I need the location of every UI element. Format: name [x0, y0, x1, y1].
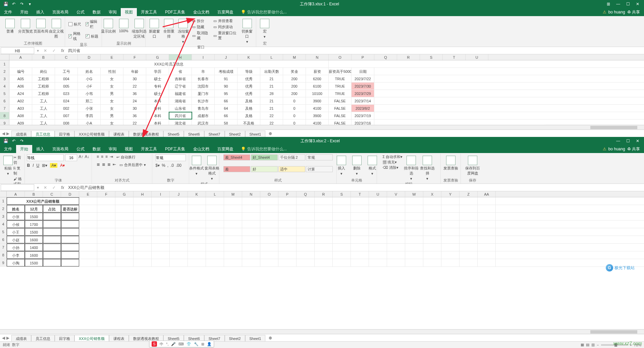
- sheet-tab[interactable]: 数据透视表教程: [129, 131, 163, 137]
- switch-windows-button[interactable]: 切换窗口▾: [240, 17, 254, 44]
- column-header[interactable]: E: [79, 191, 97, 197]
- page-break-preview-button[interactable]: 分页预览: [18, 17, 33, 34]
- ribbon-tab[interactable]: 开发工具: [137, 8, 161, 16]
- ribbon-tab[interactable]: 百度网盘: [213, 145, 237, 153]
- column-header[interactable]: Q: [374, 54, 397, 60]
- sheet-tab[interactable]: 课程表: [109, 131, 129, 137]
- sheet-tab[interactable]: 课程表: [109, 335, 129, 342]
- ribbon-tab[interactable]: 公式: [72, 8, 89, 16]
- split-button[interactable]: ▭ 拆分: [191, 18, 211, 24]
- column-header[interactable]: M: [283, 54, 306, 60]
- ime-toolbar[interactable]: S 中 °, 🎤 ⌨ 👕 🔧 ⊞ 👤: [149, 341, 214, 347]
- column-header[interactable]: R: [315, 191, 333, 197]
- font-name-select[interactable]: [27, 154, 64, 161]
- sheet-nav-first-icon[interactable]: ◀: [2, 131, 5, 136]
- add-sheet-button[interactable]: ⊕: [267, 336, 273, 340]
- tell-me[interactable]: 告诉我您想要做什么...: [246, 146, 287, 152]
- sheet-tab[interactable]: 田字格: [55, 335, 74, 342]
- worksheet-grid-win2[interactable]: ABCDEFGHIJKLMNOPQRSTUVWXYZAA 1XXX公司产品销售额…: [0, 191, 644, 329]
- column-header[interactable]: B: [32, 54, 55, 60]
- column-header[interactable]: T: [443, 54, 466, 60]
- wrap-text-button[interactable]: ↩ 自动换行: [115, 154, 137, 160]
- fill-color-button[interactable]: A▾: [50, 163, 57, 168]
- column-header[interactable]: V: [387, 191, 405, 197]
- ribbon-tab[interactable]: 插入: [32, 145, 48, 153]
- italic-button[interactable]: I: [33, 163, 34, 168]
- column-header[interactable]: K: [188, 191, 206, 197]
- column-header[interactable]: A: [7, 191, 25, 197]
- column-header[interactable]: M: [224, 191, 242, 197]
- share-button[interactable]: ♻ 共享: [627, 9, 640, 15]
- sheet-tab[interactable]: Sheet7: [204, 131, 225, 137]
- merge-center-button[interactable]: ▭ 合并后居中▾: [118, 162, 147, 168]
- find-select-button[interactable]: 查找和选择▾: [420, 154, 435, 181]
- column-header[interactable]: D: [78, 54, 101, 60]
- sync-scroll-button[interactable]: ▭ 同步滚动: [212, 24, 239, 30]
- fx-icon[interactable]: fx: [58, 185, 67, 190]
- sheet-tab[interactable]: 成绩表: [11, 131, 31, 137]
- column-header[interactable]: N: [306, 54, 329, 60]
- redo-icon[interactable]: ↷: [19, 139, 24, 143]
- style-chip[interactable]: 计算: [306, 166, 333, 172]
- column-header[interactable]: U: [369, 191, 387, 197]
- column-header[interactable]: E: [101, 54, 123, 60]
- hscrollbar-win1[interactable]: [0, 125, 644, 130]
- ribbon-tab[interactable]: 金山文档: [189, 145, 213, 153]
- column-header[interactable]: Q: [297, 191, 315, 197]
- column-header[interactable]: C: [43, 191, 61, 197]
- ribbon-tab[interactable]: 数据: [89, 145, 105, 153]
- hide-button[interactable]: ▭ 隐藏: [191, 24, 211, 30]
- ribbon-tab[interactable]: 开始: [16, 145, 32, 153]
- ime-grid-icon[interactable]: ⊞: [201, 342, 204, 346]
- formulabar-check[interactable]: 编辑栏: [84, 19, 100, 30]
- style-chip[interactable]: 千位分隔 2: [278, 154, 305, 160]
- ribbon-tab[interactable]: 文件: [0, 145, 16, 153]
- sheet-tab[interactable]: Sheet2: [225, 335, 245, 342]
- touch-mode-icon[interactable]: ▾: [28, 2, 32, 6]
- ribbon-tab[interactable]: 页面布局: [48, 8, 72, 16]
- redo-icon[interactable]: ↷: [19, 2, 24, 6]
- column-header[interactable]: C: [55, 54, 78, 60]
- zoom-to-selection-button[interactable]: 缩放到选定区域: [132, 17, 147, 39]
- save-icon[interactable]: 💾: [3, 139, 8, 143]
- column-header[interactable]: L: [260, 54, 283, 60]
- column-header[interactable]: D: [61, 191, 79, 197]
- sheet-nav-last-icon[interactable]: ▶: [6, 131, 9, 136]
- ribbon-tab[interactable]: 百度网盘: [213, 8, 237, 16]
- font-color-button[interactable]: A▾: [60, 163, 65, 168]
- style-chip[interactable]: 好: [251, 166, 278, 172]
- copy-button[interactable]: ⎘ 复制: [13, 166, 22, 176]
- font-size-select[interactable]: [65, 154, 77, 161]
- bold-button[interactable]: B: [27, 163, 30, 168]
- new-window-button[interactable]: 新建窗口: [148, 17, 161, 39]
- fill-button[interactable]: ▦ 填充▾: [383, 160, 403, 165]
- column-header[interactable]: S: [420, 54, 443, 60]
- ribbon-tab[interactable]: 开发工具: [137, 145, 161, 153]
- delete-cells-button[interactable]: 删除▾: [350, 154, 364, 176]
- style-chip[interactable]: 差_Sheet4: [223, 154, 250, 160]
- column-header[interactable]: P: [352, 54, 374, 60]
- sheet-tab[interactable]: Sheet5: [163, 131, 184, 137]
- sort-filter-button[interactable]: 排序和筛选▾: [404, 154, 419, 181]
- ribbon-tab[interactable]: PDF工具集: [161, 145, 189, 153]
- style-chip[interactable]: 差: [223, 166, 250, 172]
- undo-icon[interactable]: ↶: [11, 2, 16, 6]
- sheet-tab[interactable]: Sheet6: [184, 131, 204, 137]
- column-header[interactable]: I: [192, 54, 215, 60]
- column-header[interactable]: X: [423, 191, 441, 197]
- formula-input[interactable]: XXX公司产品销售额: [67, 184, 644, 191]
- column-header[interactable]: Y: [441, 191, 460, 197]
- page-layout-button[interactable]: 页面布局: [34, 17, 48, 34]
- gridlines-check[interactable]: 网格线: [67, 31, 83, 42]
- ribbon-tab[interactable]: 审阅: [105, 145, 121, 153]
- style-chip[interactable]: 好_Sheet4: [251, 154, 278, 160]
- conditional-format-button[interactable]: 条件格式▾: [189, 154, 204, 176]
- sheet-tab[interactable]: Sheet1: [245, 131, 266, 137]
- style-chip[interactable]: 适中: [278, 166, 305, 172]
- macros-button[interactable]: 宏▾: [257, 17, 272, 39]
- invoice-verify-button[interactable]: 发票查验: [443, 154, 458, 171]
- insert-cells-button[interactable]: 插入▾: [334, 154, 349, 176]
- ribbon-tab[interactable]: 视图: [121, 145, 137, 153]
- arrange-all-button[interactable]: 全部重排: [162, 17, 176, 39]
- ribbon-tab[interactable]: 开始: [16, 8, 32, 16]
